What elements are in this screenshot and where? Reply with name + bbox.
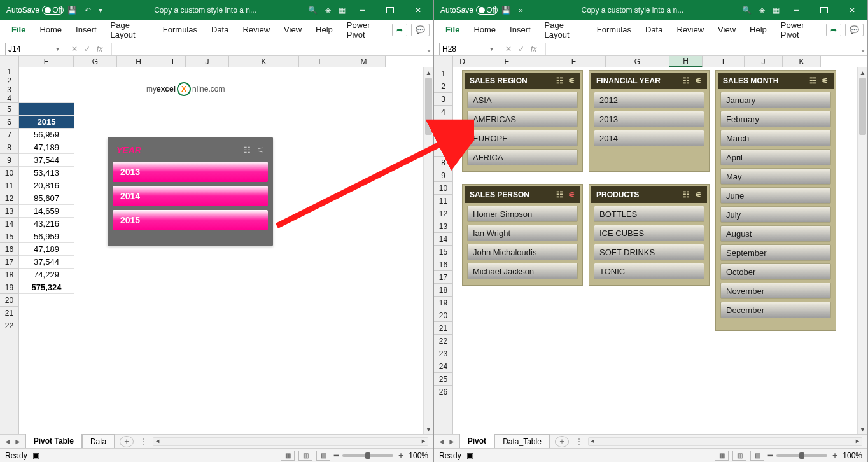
row-header[interactable]: 6 [434,131,452,144]
comments-button[interactable]: 💬 [411,24,430,36]
slicer-item[interactable]: John Michaloudis [467,244,578,260]
formula-input[interactable] [111,43,424,55]
slicer-item[interactable]: December [720,302,831,318]
sheet-tab-pivot[interactable]: Pivot [459,433,494,449]
cell[interactable] [19,76,74,85]
multiselect-icon[interactable]: ☷ [556,190,563,199]
row-header[interactable]: 3 [434,93,452,106]
vertical-scrollbar[interactable]: ▲▼ [857,67,867,434]
worksheet-grid[interactable]: SALES REGION☷⚟ASIAAMERICASEUROPEAFRICAFI… [453,67,857,434]
row-header[interactable]: 11 [434,195,452,207]
share-button[interactable]: ➦ [392,24,407,36]
multiselect-icon[interactable]: ☷ [556,76,563,85]
ribbon-tab-view[interactable]: View [713,21,741,38]
row-header[interactable]: 25 [434,373,452,386]
zoom-in-button[interactable]: ＋ [397,450,405,461]
multiselect-icon[interactable]: ☷ [809,76,816,85]
select-all-triangle[interactable] [0,56,19,67]
ribbon-tab-review[interactable]: Review [671,21,709,38]
save-icon[interactable]: 💾 [501,6,511,15]
clear-filter-icon[interactable]: ⚟ [695,76,702,85]
autosave-toggle[interactable]: Off [42,6,64,15]
ribbon-tab-home[interactable]: Home [468,21,501,38]
row-header[interactable]: 21 [434,322,452,335]
ribbon-tab-file[interactable]: File [6,21,31,38]
normal-view-button[interactable]: ▦ [715,451,729,461]
slicer-finyear[interactable]: FINANCIAL YEAR☷⚟201220132014 [589,70,710,172]
column-header[interactable]: I [703,56,745,67]
close-button[interactable]: ✕ [839,0,865,20]
name-box[interactable]: H28 ▾ [439,43,496,55]
fx-label[interactable]: fx [97,45,102,53]
autosave-control[interactable]: AutoSave Off [6,6,64,15]
column-header[interactable]: D [453,56,472,67]
row-header[interactable]: 14 [434,233,452,246]
row-header[interactable]: 16 [434,258,452,271]
grid-icon[interactable]: ▦ [339,6,346,15]
row-header[interactable]: 7 [0,129,18,141]
macro-recorder-icon[interactable]: ▣ [32,451,39,460]
cell[interactable]: 47,189 [19,141,74,154]
row-header[interactable]: 10 [434,182,452,195]
slicer-item[interactable]: July [720,206,831,223]
diamond-icon[interactable]: ◈ [325,6,331,15]
slicer-item[interactable]: Homer Simpson [467,206,578,222]
row-header[interactable]: 24 [434,360,452,373]
cancel-icon[interactable]: ✕ [505,45,512,53]
clear-filter-icon[interactable]: ⚟ [568,190,575,199]
slicer-item[interactable]: 2015 [113,210,268,230]
ribbon-tab-insert[interactable]: Insert [505,21,536,38]
slicer-item[interactable]: February [720,111,831,127]
cell[interactable]: 74,229 [19,269,74,281]
qat-overflow-icon[interactable]: » [519,6,523,15]
formula-input[interactable] [545,43,858,55]
row-header[interactable]: 21 [0,307,18,319]
ribbon-tab-home[interactable]: Home [34,21,67,38]
row-header[interactable]: 1 [0,67,18,76]
slicer-item[interactable]: October [720,263,831,280]
row-header[interactable]: 13 [0,205,18,218]
zoom-level[interactable]: 100% [409,451,428,460]
row-header[interactable]: 7 [434,144,452,157]
search-icon[interactable]: 🔍 [742,6,752,15]
chevron-down-icon[interactable]: ▾ [490,45,493,52]
slicer-item[interactable]: AMERICAS [467,111,578,127]
row-header[interactable]: 9 [0,154,18,167]
enter-icon[interactable]: ✓ [84,45,90,53]
multiselect-icon[interactable]: ☷ [683,190,690,199]
slicer-item[interactable]: September [720,244,831,261]
clear-filter-icon[interactable]: ⚟ [695,190,702,199]
ribbon-tab-powerpivot[interactable]: Power Pivot [776,17,822,43]
sheet-tab-datatable[interactable]: Data_Table [494,434,550,449]
row-header[interactable]: 8 [0,141,18,154]
share-button[interactable]: ➦ [826,24,841,36]
ribbon-tab-help[interactable]: Help [311,21,338,38]
autosave-toggle[interactable]: Off [476,6,498,15]
column-header[interactable]: H [117,56,160,67]
cell[interactable]: 575,324 [19,281,74,294]
cell[interactable]: 37,544 [19,154,74,167]
select-all-triangle[interactable] [434,56,453,67]
cell[interactable]: 43,216 [19,218,74,230]
ribbon-tab-data[interactable]: Data [206,21,234,38]
slicer-item[interactable]: March [720,130,831,146]
slicer-item[interactable]: May [720,168,831,185]
horizontal-scrollbar[interactable] [153,437,428,446]
column-header[interactable]: G [74,56,117,67]
row-header[interactable]: 17 [434,271,452,284]
macro-recorder-icon[interactable]: ▣ [466,451,473,460]
column-header[interactable]: L [299,56,342,67]
zoom-out-button[interactable]: ━ [334,451,339,460]
sheet-tab-pivottable[interactable]: Pivot Table [25,433,82,449]
cell[interactable]: 56,959 [19,230,74,243]
slicer-item[interactable]: 2013 [113,162,268,182]
sheet-nav-next[interactable]: ► [448,437,456,446]
undo-icon[interactable]: ↶ [85,6,91,15]
zoom-in-button[interactable]: ＋ [831,450,839,461]
row-header[interactable]: 14 [0,218,18,230]
row-header[interactable]: 20 [0,294,18,307]
qat-overflow-icon[interactable]: ▾ [99,6,102,15]
cell[interactable]: 56,959 [19,129,74,141]
enter-icon[interactable]: ✓ [518,45,524,53]
row-header[interactable]: 19 [0,281,18,294]
